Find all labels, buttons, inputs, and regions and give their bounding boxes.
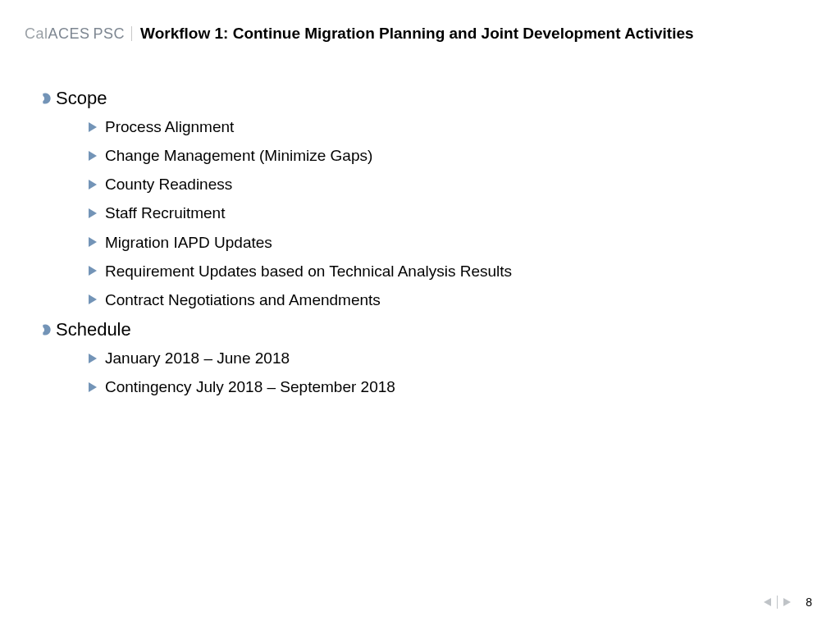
list-item: Requirement Updates based on Technical A… — [89, 257, 807, 285]
next-slide-icon[interactable] — [783, 598, 791, 606]
list-item-text: County Readiness — [105, 170, 232, 199]
section-schedule: Schedule January 2018 – June 2018 Contin… — [39, 319, 807, 401]
slide-header: Cal ACES PSC Workflow 1: Continue Migrat… — [25, 25, 807, 43]
section-items: Process Alignment Change Management (Min… — [39, 112, 807, 314]
list-item: Change Management (Minimize Gaps) — [89, 141, 807, 170]
triangle-bullet-icon — [89, 151, 97, 161]
slide: Cal ACES PSC Workflow 1: Continue Migrat… — [0, 0, 840, 630]
list-item: Migration IAPD Updates — [89, 228, 807, 257]
slide-footer: 8 — [764, 596, 812, 609]
prev-slide-icon[interactable] — [764, 598, 771, 606]
triangle-bullet-icon — [89, 208, 97, 218]
triangle-bullet-icon — [89, 294, 97, 304]
list-item-text: Requirement Updates based on Technical A… — [105, 257, 512, 285]
page-number: 8 — [806, 596, 812, 609]
logo: Cal ACES PSC — [25, 26, 132, 41]
arrow-right-icon — [39, 322, 54, 337]
section-items: January 2018 – June 2018 Contingency Jul… — [39, 344, 807, 401]
list-item-text: Staff Recruitment — [105, 199, 225, 227]
list-item-text: Change Management (Minimize Gaps) — [105, 141, 372, 170]
triangle-bullet-icon — [89, 237, 97, 247]
logo-part-2: ACES — [48, 26, 90, 41]
section-heading-text: Schedule — [56, 319, 131, 340]
triangle-bullet-icon — [89, 122, 97, 132]
slide-content: Scope Process Alignment Change Managemen… — [25, 88, 807, 401]
slide-title: Workflow 1: Continue Migration Planning … — [140, 25, 694, 43]
list-item-text: Migration IAPD Updates — [105, 228, 272, 257]
list-item-text: Contingency July 2018 – September 2018 — [105, 372, 395, 401]
arrow-right-icon — [39, 91, 54, 106]
list-item-text: Contract Negotiations and Amendments — [105, 285, 381, 314]
list-item: Staff Recruitment — [89, 199, 807, 227]
section-heading: Schedule — [39, 319, 807, 340]
list-item: County Readiness — [89, 170, 807, 199]
list-item: January 2018 – June 2018 — [89, 344, 807, 372]
triangle-bullet-icon — [89, 180, 97, 189]
nav-separator — [777, 596, 778, 609]
triangle-bullet-icon — [89, 382, 97, 392]
list-item: Contract Negotiations and Amendments — [89, 285, 807, 314]
logo-part-1: Cal — [25, 26, 48, 41]
slide-nav — [764, 596, 791, 609]
section-heading-text: Scope — [56, 88, 107, 109]
section-scope: Scope Process Alignment Change Managemen… — [39, 88, 807, 314]
section-heading: Scope — [39, 88, 807, 109]
list-item-text: January 2018 – June 2018 — [105, 344, 290, 372]
triangle-bullet-icon — [89, 266, 97, 276]
logo-part-3: PSC — [94, 26, 126, 41]
list-item: Process Alignment — [89, 112, 807, 141]
list-item: Contingency July 2018 – September 2018 — [89, 372, 807, 401]
list-item-text: Process Alignment — [105, 112, 234, 141]
triangle-bullet-icon — [89, 354, 97, 363]
